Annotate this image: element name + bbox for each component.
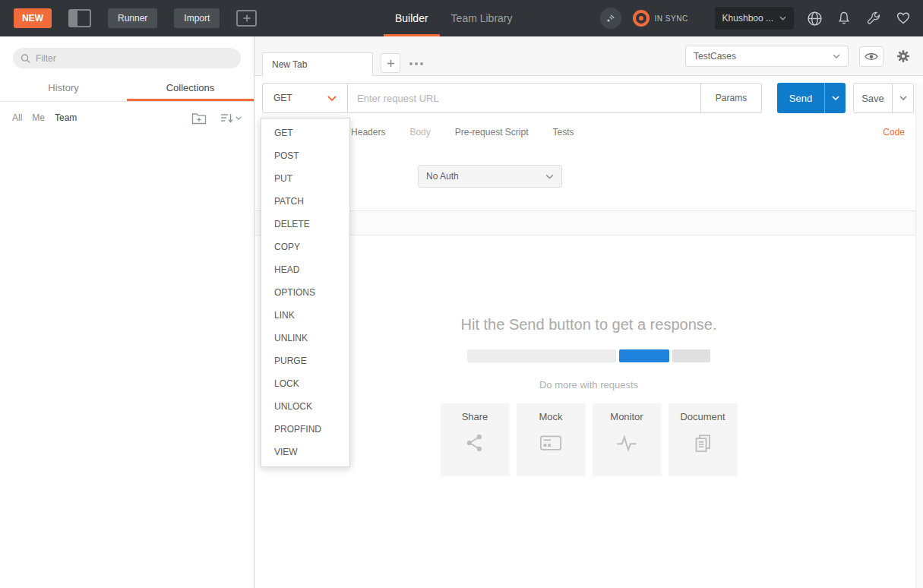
method-select[interactable]: GET — [262, 83, 348, 113]
request-editor-tabs: Authorization Headers Body Pre-request S… — [273, 122, 914, 142]
user-name: Khushboo ... — [722, 13, 773, 24]
tab-history[interactable]: History — [0, 74, 127, 101]
main-pane: New Tab TestCases — [254, 36, 923, 588]
skeleton-bar — [467, 349, 616, 362]
method-option-head[interactable]: HEAD — [261, 258, 349, 281]
tab-body[interactable]: Body — [409, 127, 430, 138]
collection-scope-row: All Me Team — [0, 102, 254, 134]
interceptor-button[interactable] — [600, 8, 621, 29]
sort-control[interactable] — [220, 112, 242, 124]
notifications-button[interactable] — [835, 9, 853, 27]
tab-collections[interactable]: Collections — [127, 74, 254, 101]
scrollbar-track[interactable] — [915, 83, 923, 588]
ellipsis-icon — [409, 62, 413, 65]
document-icon — [693, 433, 713, 453]
skeleton-bar-blue — [619, 349, 669, 362]
environment-settings-button[interactable] — [894, 47, 912, 65]
new-window-icon — [236, 10, 257, 27]
method-option-link[interactable]: LINK — [261, 304, 349, 327]
runner-button[interactable]: Runner — [108, 8, 157, 28]
request-builder-row: GET Params Send Save — [262, 83, 914, 113]
url-input[interactable] — [348, 83, 701, 113]
card-label: Monitor — [610, 411, 643, 422]
method-option-delete[interactable]: DELETE — [261, 213, 349, 236]
chevron-down-icon — [899, 96, 907, 100]
tab-options-button[interactable] — [406, 58, 426, 70]
environment-preview-button[interactable] — [859, 46, 883, 67]
mock-server-icon — [539, 433, 562, 453]
tab-builder[interactable]: Builder — [384, 0, 440, 36]
sidebar-toggle-icon — [68, 9, 91, 27]
card-mock[interactable]: Mock — [517, 403, 586, 476]
method-option-patch[interactable]: PATCH — [261, 190, 349, 213]
sidebar-toggle-button[interactable] — [68, 9, 91, 27]
gear-icon — [896, 49, 910, 63]
settings-wrench-button[interactable] — [865, 9, 883, 27]
response-section-divider[interactable] — [254, 210, 923, 236]
header-right: IN SYNC Khushboo ... — [600, 0, 923, 36]
send-button[interactable]: Send — [777, 83, 824, 113]
card-share[interactable]: Share — [441, 403, 510, 476]
sort-desc-icon — [220, 112, 233, 124]
scope-me[interactable]: Me — [32, 112, 45, 123]
wrench-icon — [867, 11, 881, 26]
request-tab-new[interactable]: New Tab — [262, 52, 373, 76]
feature-cards: Share Mock — [254, 403, 923, 476]
save-split-button: Save — [853, 83, 914, 113]
params-button[interactable]: Params — [701, 83, 762, 113]
document-tabstrip: New Tab TestCases — [254, 36, 923, 76]
chevron-down-icon — [545, 174, 554, 179]
method-option-options[interactable]: OPTIONS — [261, 281, 349, 304]
tab-tests[interactable]: Tests — [552, 127, 574, 138]
filter-input[interactable] — [36, 53, 233, 64]
sidebar: History Collections All Me Team — [0, 36, 254, 588]
add-tab-button[interactable] — [381, 53, 400, 73]
auth-type-select[interactable]: No Auth — [418, 165, 562, 188]
environment-controls: TestCases — [685, 36, 912, 76]
do-more-text: Do more with requests — [254, 379, 923, 390]
sync-status: IN SYNC — [633, 10, 688, 27]
response-skeleton — [254, 349, 923, 362]
tab-team-library[interactable]: Team Library — [440, 0, 524, 36]
method-option-post[interactable]: POST — [261, 144, 349, 167]
sync-label: IN SYNC — [655, 14, 688, 23]
sync-orb-icon[interactable] — [633, 10, 650, 27]
card-monitor[interactable]: Monitor — [593, 403, 662, 476]
environment-select[interactable]: TestCases — [685, 46, 849, 67]
sync-globe-button[interactable] — [805, 9, 823, 27]
scope-all[interactable]: All — [12, 112, 22, 123]
scope-actions — [191, 112, 242, 125]
favorites-button[interactable] — [894, 9, 912, 27]
card-label: Share — [462, 411, 488, 422]
user-menu[interactable]: Khushboo ... — [715, 7, 794, 30]
globe-icon — [807, 11, 823, 27]
method-option-put[interactable]: PUT — [261, 167, 349, 190]
new-window-button[interactable] — [236, 10, 257, 27]
method-option-get[interactable]: GET — [261, 122, 349, 144]
method-option-copy[interactable]: COPY — [261, 236, 349, 258]
tab-pre-request-script[interactable]: Pre-request Script — [455, 127, 529, 138]
sidebar-tabs: History Collections — [0, 74, 254, 102]
method-option-view[interactable]: VIEW — [261, 441, 349, 463]
save-options-button[interactable] — [892, 84, 913, 112]
method-option-lock[interactable]: LOCK — [261, 372, 349, 395]
import-button[interactable]: Import — [174, 8, 220, 28]
save-button[interactable]: Save — [854, 84, 892, 112]
tab-headers[interactable]: Headers — [351, 127, 385, 138]
share-icon — [465, 433, 485, 453]
filter-box — [13, 48, 241, 68]
card-document[interactable]: Document — [669, 403, 738, 476]
new-button[interactable]: NEW — [14, 8, 52, 28]
header-left: NEW Runner Import — [0, 8, 257, 28]
method-option-unlink[interactable]: UNLINK — [261, 327, 349, 349]
search-icon — [21, 53, 30, 64]
method-option-propfind[interactable]: PROPFIND — [261, 418, 349, 441]
scope-team[interactable]: Team — [55, 112, 77, 123]
method-option-unlock[interactable]: UNLOCK — [261, 395, 349, 418]
environment-value: TestCases — [694, 51, 736, 62]
code-link[interactable]: Code — [883, 127, 905, 138]
send-options-button[interactable] — [824, 83, 846, 113]
header: NEW Runner Import Builder Team Library — [0, 0, 923, 36]
method-option-purge[interactable]: PURGE — [261, 349, 349, 372]
new-folder-icon[interactable] — [191, 112, 207, 125]
